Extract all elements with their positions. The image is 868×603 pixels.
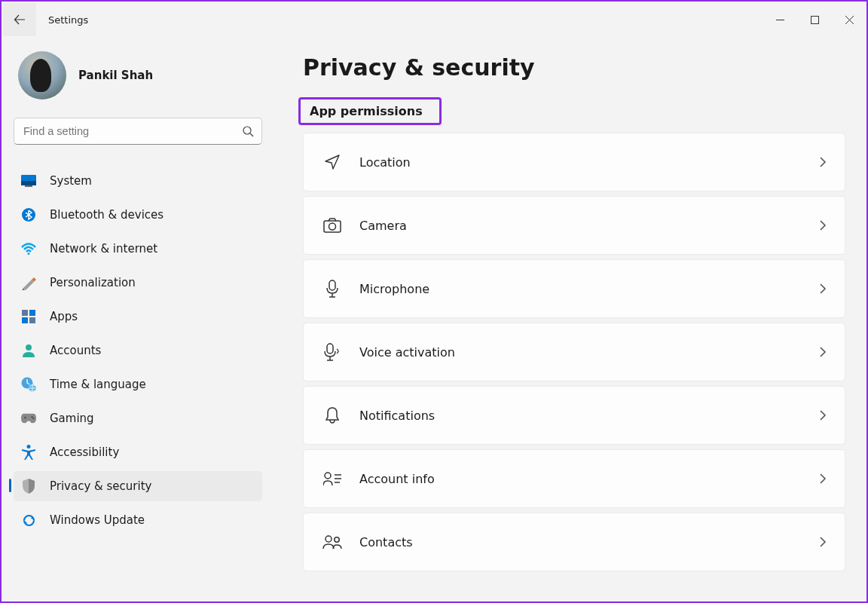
close-icon — [845, 16, 854, 24]
sidebar-item-label: Personalization — [50, 276, 136, 289]
nav-list: System Bluetooth & devices Network & int… — [14, 166, 267, 535]
permission-label: Account info — [359, 472, 435, 486]
svg-point-16 — [32, 418, 34, 419]
permission-label: Camera — [359, 219, 407, 233]
window-controls — [763, 5, 866, 35]
profile-block[interactable]: Pankil Shah — [14, 51, 267, 99]
permission-item-camera[interactable]: Camera — [303, 196, 845, 255]
system-icon — [21, 173, 36, 188]
bell-icon — [322, 407, 343, 424]
svg-point-15 — [31, 416, 32, 418]
location-icon — [322, 154, 343, 170]
svg-point-22 — [325, 473, 331, 479]
svg-point-24 — [335, 537, 339, 542]
sidebar-item-time[interactable]: Time & language — [14, 369, 262, 399]
sidebar-item-label: Apps — [50, 310, 78, 323]
svg-point-1 — [243, 127, 251, 134]
chevron-right-icon — [820, 220, 827, 231]
person-icon — [21, 343, 36, 358]
profile-name: Pankil Shah — [78, 69, 153, 82]
contacts-icon — [322, 534, 343, 549]
sidebar-item-label: Time & language — [50, 378, 146, 391]
main-content: Privacy & security App permissions Locat… — [273, 38, 866, 601]
back-arrow-icon — [14, 14, 26, 26]
svg-point-19 — [329, 223, 336, 230]
svg-rect-3 — [21, 181, 36, 185]
svg-rect-21 — [327, 344, 333, 354]
permission-label: Notifications — [359, 409, 435, 423]
chevron-right-icon — [820, 537, 827, 547]
sidebar-item-label: Accessibility — [50, 445, 119, 459]
voice-activation-icon — [322, 343, 343, 361]
maximize-icon — [811, 16, 819, 24]
permission-item-account-info[interactable]: Account info — [303, 449, 845, 508]
page-title: Privacy & security — [303, 54, 845, 81]
gamepad-icon — [21, 411, 36, 426]
svg-point-23 — [326, 536, 332, 542]
svg-point-14 — [24, 417, 26, 419]
sidebar-item-label: Bluetooth & devices — [50, 208, 164, 222]
sidebar-item-label: Accounts — [50, 344, 101, 357]
chevron-right-icon — [820, 410, 827, 421]
window-title: Settings — [48, 14, 88, 26]
chevron-right-icon — [820, 283, 827, 294]
avatar — [18, 51, 66, 99]
sidebar-item-label: Gaming — [50, 412, 94, 425]
permission-item-microphone[interactable]: Microphone — [303, 259, 845, 318]
svg-point-17 — [27, 445, 31, 448]
camera-icon — [322, 218, 343, 233]
sidebar-item-label: Network & internet — [50, 242, 157, 256]
account-info-icon — [322, 471, 343, 486]
bluetooth-icon — [21, 207, 36, 222]
sidebar-item-gaming[interactable]: Gaming — [14, 403, 262, 433]
sidebar-item-label: Privacy & security — [50, 479, 151, 493]
sidebar-item-label: System — [50, 174, 92, 188]
section-title-highlight: App permissions — [298, 97, 442, 125]
wifi-icon — [21, 241, 36, 256]
permission-item-location[interactable]: Location — [303, 133, 845, 191]
search-input[interactable] — [23, 125, 242, 137]
sidebar-item-accessibility[interactable]: Accessibility — [14, 437, 262, 467]
permission-item-voice[interactable]: Voice activation — [303, 323, 845, 381]
svg-rect-10 — [29, 317, 35, 323]
accessibility-icon — [21, 445, 36, 460]
maximize-button[interactable] — [797, 5, 832, 35]
svg-rect-7 — [22, 310, 28, 316]
sidebar: Pankil Shah System Bluetooth & devices — [2, 38, 273, 601]
sidebar-item-apps[interactable]: Apps — [14, 302, 262, 332]
sidebar-item-network[interactable]: Network & internet — [14, 234, 262, 264]
svg-rect-4 — [25, 185, 32, 187]
paintbrush-icon — [21, 275, 36, 290]
sidebar-item-label: Windows Update — [50, 513, 145, 527]
sidebar-item-personalization[interactable]: Personalization — [14, 268, 262, 298]
apps-icon — [21, 309, 36, 324]
permission-item-notifications[interactable]: Notifications — [303, 386, 845, 445]
search-box[interactable] — [14, 118, 262, 145]
clock-globe-icon — [21, 377, 36, 392]
close-button[interactable] — [832, 5, 866, 35]
sidebar-item-system[interactable]: System — [14, 166, 262, 196]
back-button[interactable] — [3, 3, 36, 36]
permission-label: Contacts — [359, 535, 413, 549]
svg-rect-9 — [22, 317, 28, 323]
svg-rect-8 — [29, 310, 35, 316]
sidebar-item-accounts[interactable]: Accounts — [14, 335, 262, 366]
shield-icon — [21, 479, 36, 494]
permission-label: Voice activation — [359, 345, 455, 360]
update-icon — [21, 513, 36, 528]
chevron-right-icon — [820, 473, 827, 484]
svg-point-6 — [28, 253, 30, 255]
section-title: App permissions — [310, 104, 423, 118]
microphone-icon — [322, 280, 343, 298]
sidebar-item-privacy[interactable]: Privacy & security — [14, 471, 262, 501]
minimize-button[interactable] — [763, 5, 797, 35]
sidebar-item-update[interactable]: Windows Update — [14, 505, 262, 535]
sidebar-item-bluetooth[interactable]: Bluetooth & devices — [14, 200, 262, 230]
permission-label: Location — [359, 155, 411, 170]
svg-point-11 — [26, 344, 32, 350]
chevron-right-icon — [820, 347, 827, 357]
minimize-icon — [776, 16, 784, 24]
permission-item-contacts[interactable]: Contacts — [303, 513, 845, 571]
titlebar: Settings — [2, 2, 866, 38]
svg-rect-20 — [329, 280, 335, 290]
